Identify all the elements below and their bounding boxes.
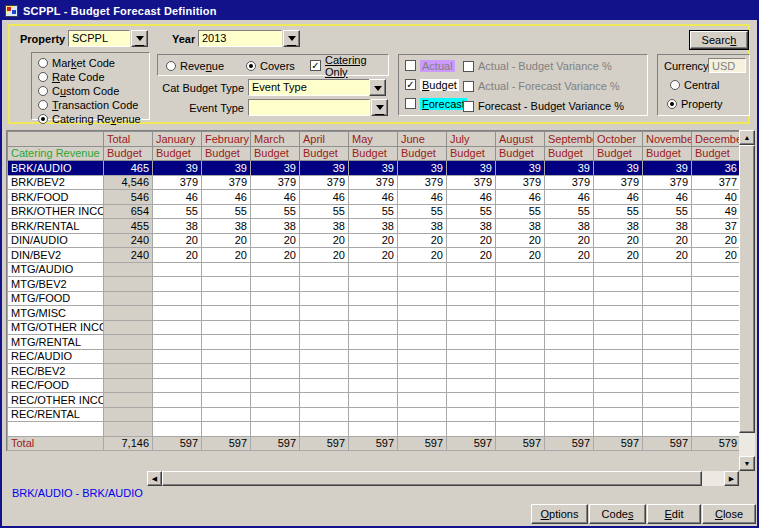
cell[interactable]: 38 (496, 219, 545, 234)
cell[interactable] (496, 335, 545, 350)
cell[interactable]: 20 (496, 233, 545, 248)
cell[interactable] (251, 277, 300, 292)
table-row[interactable]: MTG/AUDIO (8, 262, 741, 277)
cell[interactable] (496, 291, 545, 306)
cell[interactable] (594, 291, 643, 306)
property-input[interactable]: SCPPL (68, 30, 130, 47)
cell[interactable] (692, 364, 741, 379)
cell[interactable]: 4,546 (104, 175, 153, 190)
cell[interactable] (643, 335, 692, 350)
cell[interactable] (153, 335, 202, 350)
cell[interactable] (496, 364, 545, 379)
property-dropdown-button[interactable] (131, 30, 148, 47)
cell[interactable] (447, 335, 496, 350)
cell[interactable] (692, 393, 741, 408)
cell[interactable] (398, 335, 447, 350)
cell[interactable] (300, 393, 349, 408)
cell[interactable] (104, 335, 153, 350)
cell[interactable] (692, 349, 741, 364)
cell[interactable]: 46 (496, 190, 545, 205)
cell[interactable] (398, 364, 447, 379)
catering-only-checkbox[interactable]: Catering Only (310, 59, 388, 72)
cell[interactable]: 240 (104, 233, 153, 248)
cell[interactable] (594, 349, 643, 364)
cell[interactable] (545, 364, 594, 379)
cell[interactable]: 39 (153, 161, 202, 176)
cell[interactable] (153, 364, 202, 379)
central-radio[interactable]: Central (670, 78, 719, 91)
row-label[interactable]: REC/RENTAL (8, 407, 104, 422)
cell[interactable] (643, 291, 692, 306)
cell[interactable] (300, 422, 349, 437)
cell[interactable] (545, 262, 594, 277)
cell[interactable] (545, 393, 594, 408)
cell[interactable] (251, 291, 300, 306)
cell[interactable]: 20 (251, 233, 300, 248)
cell[interactable] (202, 277, 251, 292)
cell[interactable]: 20 (496, 248, 545, 263)
cell[interactable] (447, 349, 496, 364)
cell[interactable]: 379 (447, 175, 496, 190)
cell[interactable] (153, 422, 202, 437)
cell[interactable]: 39 (349, 161, 398, 176)
cell[interactable]: 379 (594, 175, 643, 190)
covers-radio[interactable]: Covers (246, 59, 295, 72)
cell[interactable]: 379 (153, 175, 202, 190)
cell[interactable] (349, 407, 398, 422)
cell[interactable]: 38 (251, 219, 300, 234)
cell[interactable] (251, 320, 300, 335)
cell[interactable] (104, 291, 153, 306)
cell[interactable] (202, 364, 251, 379)
cell[interactable] (643, 422, 692, 437)
cell[interactable] (594, 262, 643, 277)
cell[interactable] (643, 364, 692, 379)
cell[interactable]: 39 (447, 161, 496, 176)
cell[interactable] (104, 349, 153, 364)
cell[interactable] (545, 422, 594, 437)
code-option-1[interactable]: Rate Code (38, 70, 149, 83)
cell[interactable]: 20 (349, 233, 398, 248)
row-label[interactable] (8, 422, 104, 437)
cell[interactable] (398, 262, 447, 277)
cell[interactable] (153, 393, 202, 408)
row-label[interactable]: MTG/RENTAL (8, 335, 104, 350)
cell[interactable] (447, 407, 496, 422)
table-row[interactable]: BRK/RENTAL455383838383838383838383837 (8, 219, 741, 234)
cell[interactable]: 20 (447, 248, 496, 263)
cell[interactable] (202, 320, 251, 335)
cell[interactable]: 20 (202, 248, 251, 263)
cell[interactable]: 49 (692, 204, 741, 219)
cell[interactable]: 55 (300, 204, 349, 219)
cell[interactable]: 55 (251, 204, 300, 219)
cell[interactable] (447, 393, 496, 408)
cell[interactable]: 20 (398, 248, 447, 263)
cell[interactable]: 38 (545, 219, 594, 234)
cell[interactable] (496, 422, 545, 437)
cell[interactable] (496, 378, 545, 393)
cell[interactable]: 455 (104, 219, 153, 234)
cell[interactable]: 39 (202, 161, 251, 176)
cell[interactable] (202, 393, 251, 408)
cell[interactable]: 240 (104, 248, 153, 263)
cell[interactable] (447, 422, 496, 437)
cell[interactable] (349, 262, 398, 277)
cell[interactable]: 20 (643, 233, 692, 248)
search-button[interactable]: Search (690, 31, 748, 49)
cell[interactable] (398, 407, 447, 422)
cell[interactable] (545, 277, 594, 292)
table-row[interactable]: BRK/FOOD546464646464646464646464640 (8, 190, 741, 205)
cell[interactable]: 55 (202, 204, 251, 219)
cell[interactable] (398, 422, 447, 437)
cell[interactable] (300, 335, 349, 350)
row-label[interactable]: MTG/OTHER INCOME (8, 320, 104, 335)
cell[interactable]: 377 (692, 175, 741, 190)
cell[interactable] (104, 422, 153, 437)
cell[interactable] (545, 335, 594, 350)
cell[interactable] (545, 349, 594, 364)
table-row[interactable]: MTG/OTHER INCOME (8, 320, 741, 335)
scroll-up-button[interactable]: ▲ (739, 130, 755, 145)
cell[interactable] (251, 422, 300, 437)
cell[interactable] (545, 291, 594, 306)
cell[interactable] (300, 378, 349, 393)
cell[interactable] (545, 306, 594, 321)
